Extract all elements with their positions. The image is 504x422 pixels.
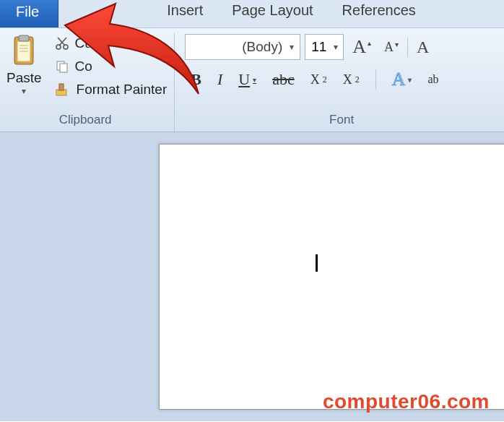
paste-button[interactable]: Paste ▾ <box>1 34 48 96</box>
paste-dropdown-icon[interactable]: ▾ <box>22 86 26 96</box>
document-page[interactable] <box>159 144 504 410</box>
copy-label: Co <box>75 59 92 74</box>
change-case-button[interactable]: A <box>407 38 433 57</box>
font-name-value: (Body) <box>242 39 282 55</box>
clipboard-icon <box>11 34 37 67</box>
chevron-down-icon: ▾ <box>334 42 338 52</box>
brush-icon <box>55 82 71 97</box>
ribbon-tabs: File Insert Page Layout References <box>0 0 504 27</box>
text-cursor <box>316 254 318 272</box>
bold-button[interactable]: B <box>191 70 201 89</box>
chevron-down-icon: ▾ <box>290 42 294 52</box>
tab-insert[interactable]: Insert <box>152 0 217 27</box>
font-group: (Body) ▾ 11 ▾ A ▴ A ▾ <box>175 33 504 132</box>
strikethrough-button[interactable]: abc <box>272 70 295 89</box>
clipboard-group: Paste ▾ Cu <box>0 33 175 132</box>
divider <box>375 69 376 90</box>
svg-rect-13 <box>59 84 64 90</box>
format-painter-button[interactable]: Format Painter <box>52 80 170 99</box>
font-name-combo[interactable]: (Body) ▾ <box>185 34 300 60</box>
underline-button[interactable]: U ▾ <box>238 70 256 89</box>
cut-label: Cu <box>75 35 92 51</box>
cut-button[interactable]: Cu <box>52 34 170 53</box>
svg-rect-2 <box>19 35 29 41</box>
word-window: File Insert Page Layout References Past <box>0 0 504 421</box>
copy-button[interactable]: Co <box>52 57 170 76</box>
font-group-title: Font <box>329 110 354 130</box>
font-size-value: 11 <box>311 39 326 55</box>
format-painter-label: Format Painter <box>77 82 168 98</box>
font-size-combo[interactable]: 11 ▾ <box>305 34 344 60</box>
svg-rect-11 <box>60 64 67 72</box>
down-caret-icon: ▾ <box>395 40 399 48</box>
file-tab[interactable]: File <box>0 0 58 27</box>
highlight-button[interactable]: ab <box>427 73 438 86</box>
document-area <box>0 132 504 421</box>
superscript-button[interactable]: X2 <box>343 72 360 87</box>
subscript-button[interactable]: X2 <box>310 72 327 87</box>
text-effects-button[interactable]: A ▾ <box>392 69 412 90</box>
paste-label: Paste <box>6 70 42 86</box>
tab-page-layout[interactable]: Page Layout <box>217 0 327 27</box>
up-caret-icon: ▴ <box>368 39 371 47</box>
copy-icon <box>55 59 69 74</box>
watermark: computer06.com <box>323 390 490 413</box>
ribbon: Paste ▾ Cu <box>0 27 504 132</box>
italic-button[interactable]: I <box>217 70 222 89</box>
chevron-down-icon: ▾ <box>253 76 256 84</box>
tab-references[interactable]: References <box>328 0 430 27</box>
scissors-icon <box>55 36 69 51</box>
chevron-down-icon: ▾ <box>408 76 412 84</box>
grow-font-button[interactable]: A ▴ <box>348 36 375 58</box>
shrink-font-button[interactable]: A ▾ <box>380 40 403 55</box>
file-tab-label: File <box>16 4 39 20</box>
clipboard-group-title: Clipboard <box>59 110 112 130</box>
